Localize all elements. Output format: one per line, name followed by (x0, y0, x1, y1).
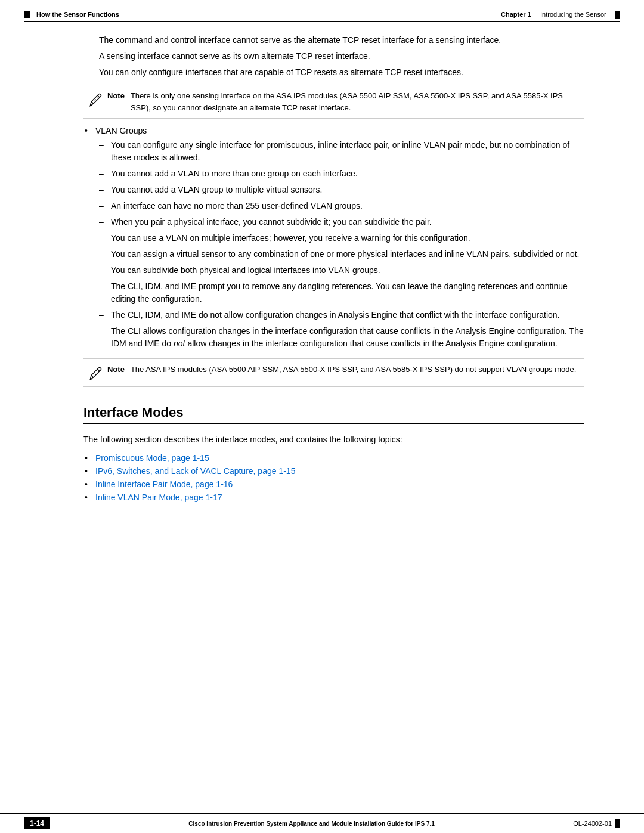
vlan-dash-10: The CLI, IDM, and IME do not allow confi… (95, 309, 584, 321)
vlan-dash-1: You can configure any single interface f… (95, 139, 584, 164)
vlan-dash-5: When you pair a physical interface, you … (95, 216, 584, 228)
vlan-dash-list: You can configure any single interface f… (95, 139, 584, 350)
section-title: Interface Modes (83, 405, 584, 424)
vlan-dash-11: The CLI allows configuration changes in … (95, 325, 584, 350)
link-item-4: Inline VLAN Pair Mode, page 1-17 (83, 493, 584, 502)
dash-item-3: You can only configure interfaces that a… (83, 66, 584, 79)
page-number: 1-14 (24, 817, 50, 829)
note-box-2: Note The ASA IPS modules (ASA 5500 AIP S… (83, 358, 584, 387)
vlan-dash-7: You can assign a virtual sensor to any c… (95, 248, 584, 261)
dash-item-2: A sensing interface cannot serve as its … (83, 50, 584, 63)
top-dash-list: The command and control interface cannot… (83, 34, 584, 79)
dash-item-1: The command and control interface cannot… (83, 34, 584, 47)
vlan-dash-4: An interface can have no more than 255 u… (95, 200, 584, 212)
link-4[interactable]: Inline VLAN Pair Mode, page 1-17 (95, 493, 222, 502)
note-text-1: There is only one sensing interface on t… (131, 90, 584, 113)
vlan-groups-label: VLAN Groups (95, 126, 147, 135)
note-icon-1 (83, 90, 107, 108)
note-box-1: Note There is only one sensing interface… (83, 85, 584, 119)
links-list: Promiscuous Mode, page 1-15 IPv6, Switch… (83, 453, 584, 502)
header-section-label: How the Sensor Functions (36, 11, 119, 18)
header-chapter-title: Introducing the Sensor (540, 11, 606, 18)
link-1[interactable]: Promiscuous Mode, page 1-15 (95, 453, 209, 463)
vlan-bullet-list: VLAN Groups (83, 126, 584, 135)
section-intro: The following section describes the inte… (83, 433, 584, 446)
note-icon-2 (83, 364, 107, 382)
header-chapter-label: Chapter 1 (501, 11, 531, 18)
link-3[interactable]: Inline Interface Pair Mode, page 1-16 (95, 479, 233, 489)
vlan-dash-3: You cannot add a VLAN group to multiple … (95, 184, 584, 196)
page-footer: 1-14 Cisco Intrusion Prevention System A… (0, 813, 644, 833)
link-2[interactable]: IPv6, Switches, and Lack of VACL Capture… (95, 466, 295, 476)
vlan-dash-9: The CLI, IDM, and IME prompt you to remo… (95, 280, 584, 305)
vlan-dash-6: You can use a VLAN on multiple interface… (95, 232, 584, 244)
footer-doc-number: OL-24002-01 (573, 820, 612, 827)
link-item-1: Promiscuous Mode, page 1-15 (83, 453, 584, 463)
italic-not: not (174, 339, 185, 348)
note-text-2: The ASA IPS modules (ASA 5500 AIP SSM, A… (131, 364, 584, 376)
note-label-1: Note (107, 90, 125, 100)
vlan-dash-2: You cannot add a VLAN to more than one g… (95, 168, 584, 180)
footer-center-text: Cisco Intrusion Prevention System Applia… (50, 820, 573, 827)
link-item-2: IPv6, Switches, and Lack of VACL Capture… (83, 466, 584, 476)
link-item-3: Inline Interface Pair Mode, page 1-16 (83, 479, 584, 489)
vlan-dash-8: You can subdivide both physical and logi… (95, 264, 584, 277)
note-label-2: Note (107, 364, 125, 374)
vlan-groups-item: VLAN Groups (83, 126, 584, 135)
